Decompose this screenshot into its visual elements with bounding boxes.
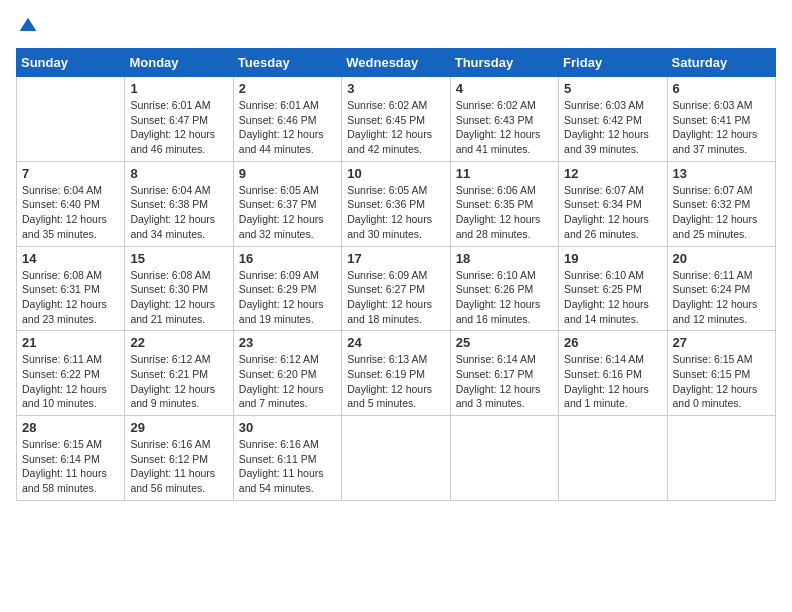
calendar-week-row: 28Sunrise: 6:15 AM Sunset: 6:14 PM Dayli… bbox=[17, 416, 776, 501]
day-info: Sunrise: 6:09 AM Sunset: 6:27 PM Dayligh… bbox=[347, 268, 444, 327]
calendar-cell: 9Sunrise: 6:05 AM Sunset: 6:37 PM Daylig… bbox=[233, 161, 341, 246]
day-info: Sunrise: 6:16 AM Sunset: 6:11 PM Dayligh… bbox=[239, 437, 336, 496]
day-info: Sunrise: 6:09 AM Sunset: 6:29 PM Dayligh… bbox=[239, 268, 336, 327]
day-number: 13 bbox=[673, 166, 770, 181]
day-number: 15 bbox=[130, 251, 227, 266]
day-info: Sunrise: 6:15 AM Sunset: 6:14 PM Dayligh… bbox=[22, 437, 119, 496]
day-info: Sunrise: 6:04 AM Sunset: 6:40 PM Dayligh… bbox=[22, 183, 119, 242]
day-number: 29 bbox=[130, 420, 227, 435]
calendar-cell: 29Sunrise: 6:16 AM Sunset: 6:12 PM Dayli… bbox=[125, 416, 233, 501]
day-info: Sunrise: 6:10 AM Sunset: 6:25 PM Dayligh… bbox=[564, 268, 661, 327]
calendar-header-row: SundayMondayTuesdayWednesdayThursdayFrid… bbox=[17, 49, 776, 77]
calendar-week-row: 14Sunrise: 6:08 AM Sunset: 6:31 PM Dayli… bbox=[17, 246, 776, 331]
day-number: 30 bbox=[239, 420, 336, 435]
day-info: Sunrise: 6:03 AM Sunset: 6:41 PM Dayligh… bbox=[673, 98, 770, 157]
day-info: Sunrise: 6:06 AM Sunset: 6:35 PM Dayligh… bbox=[456, 183, 553, 242]
calendar-cell: 27Sunrise: 6:15 AM Sunset: 6:15 PM Dayli… bbox=[667, 331, 775, 416]
day-info: Sunrise: 6:12 AM Sunset: 6:20 PM Dayligh… bbox=[239, 352, 336, 411]
calendar-cell: 12Sunrise: 6:07 AM Sunset: 6:34 PM Dayli… bbox=[559, 161, 667, 246]
calendar-cell: 14Sunrise: 6:08 AM Sunset: 6:31 PM Dayli… bbox=[17, 246, 125, 331]
day-info: Sunrise: 6:04 AM Sunset: 6:38 PM Dayligh… bbox=[130, 183, 227, 242]
calendar-cell: 19Sunrise: 6:10 AM Sunset: 6:25 PM Dayli… bbox=[559, 246, 667, 331]
day-number: 21 bbox=[22, 335, 119, 350]
calendar-cell: 3Sunrise: 6:02 AM Sunset: 6:45 PM Daylig… bbox=[342, 77, 450, 162]
day-of-week-header: Thursday bbox=[450, 49, 558, 77]
day-info: Sunrise: 6:16 AM Sunset: 6:12 PM Dayligh… bbox=[130, 437, 227, 496]
calendar-cell: 25Sunrise: 6:14 AM Sunset: 6:17 PM Dayli… bbox=[450, 331, 558, 416]
day-number: 17 bbox=[347, 251, 444, 266]
day-info: Sunrise: 6:13 AM Sunset: 6:19 PM Dayligh… bbox=[347, 352, 444, 411]
day-info: Sunrise: 6:07 AM Sunset: 6:34 PM Dayligh… bbox=[564, 183, 661, 242]
day-of-week-header: Sunday bbox=[17, 49, 125, 77]
calendar-cell: 20Sunrise: 6:11 AM Sunset: 6:24 PM Dayli… bbox=[667, 246, 775, 331]
day-info: Sunrise: 6:14 AM Sunset: 6:17 PM Dayligh… bbox=[456, 352, 553, 411]
day-number: 8 bbox=[130, 166, 227, 181]
logo bbox=[16, 16, 38, 36]
calendar-cell: 11Sunrise: 6:06 AM Sunset: 6:35 PM Dayli… bbox=[450, 161, 558, 246]
day-number: 18 bbox=[456, 251, 553, 266]
calendar-cell: 5Sunrise: 6:03 AM Sunset: 6:42 PM Daylig… bbox=[559, 77, 667, 162]
day-info: Sunrise: 6:02 AM Sunset: 6:43 PM Dayligh… bbox=[456, 98, 553, 157]
day-of-week-header: Saturday bbox=[667, 49, 775, 77]
day-number: 6 bbox=[673, 81, 770, 96]
calendar-cell bbox=[559, 416, 667, 501]
day-number: 28 bbox=[22, 420, 119, 435]
day-info: Sunrise: 6:11 AM Sunset: 6:24 PM Dayligh… bbox=[673, 268, 770, 327]
day-number: 7 bbox=[22, 166, 119, 181]
day-number: 20 bbox=[673, 251, 770, 266]
day-number: 16 bbox=[239, 251, 336, 266]
day-number: 24 bbox=[347, 335, 444, 350]
calendar-week-row: 21Sunrise: 6:11 AM Sunset: 6:22 PM Dayli… bbox=[17, 331, 776, 416]
calendar-cell: 28Sunrise: 6:15 AM Sunset: 6:14 PM Dayli… bbox=[17, 416, 125, 501]
logo-icon bbox=[18, 16, 38, 36]
day-number: 23 bbox=[239, 335, 336, 350]
day-info: Sunrise: 6:05 AM Sunset: 6:36 PM Dayligh… bbox=[347, 183, 444, 242]
calendar-cell: 24Sunrise: 6:13 AM Sunset: 6:19 PM Dayli… bbox=[342, 331, 450, 416]
day-of-week-header: Monday bbox=[125, 49, 233, 77]
calendar-cell: 15Sunrise: 6:08 AM Sunset: 6:30 PM Dayli… bbox=[125, 246, 233, 331]
day-info: Sunrise: 6:01 AM Sunset: 6:47 PM Dayligh… bbox=[130, 98, 227, 157]
calendar-cell: 2Sunrise: 6:01 AM Sunset: 6:46 PM Daylig… bbox=[233, 77, 341, 162]
calendar-cell: 1Sunrise: 6:01 AM Sunset: 6:47 PM Daylig… bbox=[125, 77, 233, 162]
day-number: 5 bbox=[564, 81, 661, 96]
day-number: 27 bbox=[673, 335, 770, 350]
calendar-cell: 23Sunrise: 6:12 AM Sunset: 6:20 PM Dayli… bbox=[233, 331, 341, 416]
calendar-cell: 22Sunrise: 6:12 AM Sunset: 6:21 PM Dayli… bbox=[125, 331, 233, 416]
calendar-cell: 6Sunrise: 6:03 AM Sunset: 6:41 PM Daylig… bbox=[667, 77, 775, 162]
day-info: Sunrise: 6:10 AM Sunset: 6:26 PM Dayligh… bbox=[456, 268, 553, 327]
calendar-table: SundayMondayTuesdayWednesdayThursdayFrid… bbox=[16, 48, 776, 501]
day-info: Sunrise: 6:02 AM Sunset: 6:45 PM Dayligh… bbox=[347, 98, 444, 157]
calendar-cell: 13Sunrise: 6:07 AM Sunset: 6:32 PM Dayli… bbox=[667, 161, 775, 246]
calendar-cell: 21Sunrise: 6:11 AM Sunset: 6:22 PM Dayli… bbox=[17, 331, 125, 416]
calendar-week-row: 1Sunrise: 6:01 AM Sunset: 6:47 PM Daylig… bbox=[17, 77, 776, 162]
day-info: Sunrise: 6:05 AM Sunset: 6:37 PM Dayligh… bbox=[239, 183, 336, 242]
day-info: Sunrise: 6:14 AM Sunset: 6:16 PM Dayligh… bbox=[564, 352, 661, 411]
page-header bbox=[16, 16, 776, 36]
day-number: 2 bbox=[239, 81, 336, 96]
calendar-cell: 7Sunrise: 6:04 AM Sunset: 6:40 PM Daylig… bbox=[17, 161, 125, 246]
day-number: 10 bbox=[347, 166, 444, 181]
day-number: 9 bbox=[239, 166, 336, 181]
day-number: 11 bbox=[456, 166, 553, 181]
day-info: Sunrise: 6:11 AM Sunset: 6:22 PM Dayligh… bbox=[22, 352, 119, 411]
calendar-week-row: 7Sunrise: 6:04 AM Sunset: 6:40 PM Daylig… bbox=[17, 161, 776, 246]
day-number: 22 bbox=[130, 335, 227, 350]
day-number: 14 bbox=[22, 251, 119, 266]
calendar-cell bbox=[450, 416, 558, 501]
day-number: 1 bbox=[130, 81, 227, 96]
day-info: Sunrise: 6:03 AM Sunset: 6:42 PM Dayligh… bbox=[564, 98, 661, 157]
day-number: 25 bbox=[456, 335, 553, 350]
calendar-cell: 10Sunrise: 6:05 AM Sunset: 6:36 PM Dayli… bbox=[342, 161, 450, 246]
day-number: 19 bbox=[564, 251, 661, 266]
day-number: 4 bbox=[456, 81, 553, 96]
calendar-cell: 8Sunrise: 6:04 AM Sunset: 6:38 PM Daylig… bbox=[125, 161, 233, 246]
calendar-cell: 30Sunrise: 6:16 AM Sunset: 6:11 PM Dayli… bbox=[233, 416, 341, 501]
day-info: Sunrise: 6:01 AM Sunset: 6:46 PM Dayligh… bbox=[239, 98, 336, 157]
day-of-week-header: Tuesday bbox=[233, 49, 341, 77]
calendar-cell: 17Sunrise: 6:09 AM Sunset: 6:27 PM Dayli… bbox=[342, 246, 450, 331]
calendar-cell bbox=[17, 77, 125, 162]
day-info: Sunrise: 6:07 AM Sunset: 6:32 PM Dayligh… bbox=[673, 183, 770, 242]
calendar-cell: 26Sunrise: 6:14 AM Sunset: 6:16 PM Dayli… bbox=[559, 331, 667, 416]
calendar-cell bbox=[342, 416, 450, 501]
day-info: Sunrise: 6:08 AM Sunset: 6:30 PM Dayligh… bbox=[130, 268, 227, 327]
